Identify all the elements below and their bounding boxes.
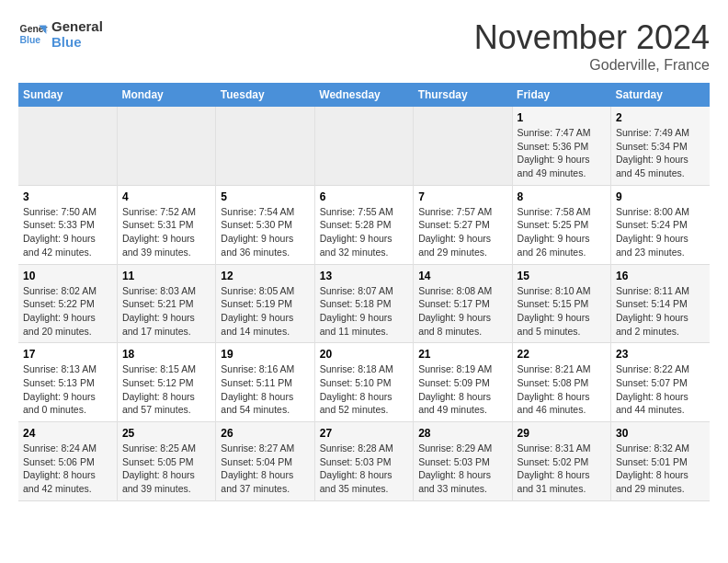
day-cell: 28Sunrise: 8:29 AM Sunset: 5:03 PM Dayli… (414, 422, 512, 501)
day-cell: 11Sunrise: 8:03 AM Sunset: 5:21 PM Dayli… (117, 264, 215, 343)
day-info: Sunrise: 8:15 AM Sunset: 5:12 PM Dayligh… (122, 362, 210, 417)
logo-icon: General Blue (18, 19, 48, 49)
month-title: November 2024 (474, 18, 710, 57)
header-row: SundayMondayTuesdayWednesdayThursdayFrid… (18, 83, 710, 107)
title-area: November 2024 Goderville, France (474, 18, 710, 74)
day-info: Sunrise: 8:19 AM Sunset: 5:09 PM Dayligh… (418, 362, 506, 417)
day-info: Sunrise: 8:02 AM Sunset: 5:22 PM Dayligh… (23, 284, 112, 339)
day-number: 1 (518, 111, 606, 124)
day-info: Sunrise: 8:29 AM Sunset: 5:03 PM Dayligh… (418, 442, 506, 496)
logo-line2: Blue (51, 34, 103, 50)
day-cell: 26Sunrise: 8:27 AM Sunset: 5:04 PM Dayli… (216, 422, 314, 501)
day-number: 24 (23, 427, 112, 440)
day-info: Sunrise: 7:58 AM Sunset: 5:25 PM Dayligh… (518, 205, 606, 259)
day-info: Sunrise: 8:21 AM Sunset: 5:08 PM Dayligh… (518, 362, 606, 417)
logo-line1: General (51, 18, 103, 34)
week-row-2: 3Sunrise: 7:50 AM Sunset: 5:33 PM Daylig… (18, 185, 710, 264)
day-cell: 22Sunrise: 8:21 AM Sunset: 5:08 PM Dayli… (512, 343, 610, 422)
day-number: 30 (616, 427, 705, 440)
day-info: Sunrise: 8:32 AM Sunset: 5:01 PM Dayligh… (616, 442, 705, 496)
day-number: 16 (616, 270, 705, 282)
day-number: 23 (616, 348, 705, 361)
day-cell: 10Sunrise: 8:02 AM Sunset: 5:22 PM Dayli… (18, 264, 117, 343)
day-number: 15 (518, 270, 606, 282)
col-header-friday: Friday (512, 83, 610, 107)
week-row-4: 17Sunrise: 8:13 AM Sunset: 5:13 PM Dayli… (18, 343, 710, 422)
col-header-saturday: Saturday (611, 83, 710, 107)
day-number: 5 (221, 190, 309, 203)
day-cell: 20Sunrise: 8:18 AM Sunset: 5:10 PM Dayli… (314, 343, 413, 422)
day-cell: 1Sunrise: 7:47 AM Sunset: 5:36 PM Daylig… (512, 107, 610, 185)
day-info: Sunrise: 8:18 AM Sunset: 5:10 PM Dayligh… (320, 362, 408, 417)
day-cell: 5Sunrise: 7:54 AM Sunset: 5:30 PM Daylig… (216, 185, 314, 264)
day-number: 3 (23, 190, 112, 203)
day-info: Sunrise: 8:13 AM Sunset: 5:13 PM Dayligh… (23, 362, 112, 417)
day-cell: 19Sunrise: 8:16 AM Sunset: 5:11 PM Dayli… (216, 343, 314, 422)
day-info: Sunrise: 8:22 AM Sunset: 5:07 PM Dayligh… (616, 362, 705, 417)
day-cell: 14Sunrise: 8:08 AM Sunset: 5:17 PM Dayli… (414, 264, 512, 343)
col-header-thursday: Thursday (414, 83, 512, 107)
day-number: 17 (23, 348, 112, 361)
day-info: Sunrise: 8:31 AM Sunset: 5:02 PM Dayligh… (518, 442, 606, 496)
week-row-3: 10Sunrise: 8:02 AM Sunset: 5:22 PM Dayli… (18, 264, 710, 343)
day-cell (216, 107, 314, 185)
day-number: 4 (122, 190, 210, 203)
svg-text:Blue: Blue (20, 35, 41, 45)
logo: General Blue General Blue (18, 18, 103, 50)
location: Goderville, France (474, 57, 710, 74)
day-number: 9 (616, 190, 705, 203)
day-number: 14 (418, 270, 506, 282)
day-info: Sunrise: 7:57 AM Sunset: 5:27 PM Dayligh… (418, 205, 506, 259)
day-info: Sunrise: 8:07 AM Sunset: 5:18 PM Dayligh… (320, 284, 408, 339)
day-info: Sunrise: 8:27 AM Sunset: 5:04 PM Dayligh… (221, 442, 309, 496)
day-number: 11 (122, 270, 210, 282)
day-number: 20 (320, 348, 408, 361)
day-info: Sunrise: 8:08 AM Sunset: 5:17 PM Dayligh… (418, 284, 506, 339)
day-cell: 23Sunrise: 8:22 AM Sunset: 5:07 PM Dayli… (611, 343, 710, 422)
col-header-sunday: Sunday (18, 83, 117, 107)
day-info: Sunrise: 8:16 AM Sunset: 5:11 PM Dayligh… (221, 362, 309, 417)
day-cell: 9Sunrise: 8:00 AM Sunset: 5:24 PM Daylig… (611, 185, 710, 264)
day-info: Sunrise: 8:03 AM Sunset: 5:21 PM Dayligh… (122, 284, 210, 339)
day-number: 29 (518, 427, 606, 440)
col-header-wednesday: Wednesday (314, 83, 413, 107)
day-number: 26 (221, 427, 309, 440)
day-info: Sunrise: 7:55 AM Sunset: 5:28 PM Dayligh… (320, 205, 408, 259)
day-info: Sunrise: 8:05 AM Sunset: 5:19 PM Dayligh… (221, 284, 309, 339)
day-info: Sunrise: 7:52 AM Sunset: 5:31 PM Dayligh… (122, 205, 210, 259)
col-header-monday: Monday (117, 83, 215, 107)
col-header-tuesday: Tuesday (216, 83, 314, 107)
day-cell: 29Sunrise: 8:31 AM Sunset: 5:02 PM Dayli… (512, 422, 610, 501)
header: General Blue General Blue November 2024 … (18, 18, 710, 74)
day-number: 2 (616, 111, 705, 124)
day-cell: 8Sunrise: 7:58 AM Sunset: 5:25 PM Daylig… (512, 185, 610, 264)
day-info: Sunrise: 8:25 AM Sunset: 5:05 PM Dayligh… (122, 442, 210, 496)
day-number: 8 (518, 190, 606, 203)
week-row-5: 24Sunrise: 8:24 AM Sunset: 5:06 PM Dayli… (18, 422, 710, 501)
day-number: 7 (418, 190, 506, 203)
day-cell: 27Sunrise: 8:28 AM Sunset: 5:03 PM Dayli… (314, 422, 413, 501)
day-cell: 7Sunrise: 7:57 AM Sunset: 5:27 PM Daylig… (414, 185, 512, 264)
day-info: Sunrise: 8:10 AM Sunset: 5:15 PM Dayligh… (518, 284, 606, 339)
day-info: Sunrise: 7:54 AM Sunset: 5:30 PM Dayligh… (221, 205, 309, 259)
day-info: Sunrise: 8:11 AM Sunset: 5:14 PM Dayligh… (616, 284, 705, 339)
day-cell: 24Sunrise: 8:24 AM Sunset: 5:06 PM Dayli… (18, 422, 117, 501)
day-cell: 15Sunrise: 8:10 AM Sunset: 5:15 PM Dayli… (512, 264, 610, 343)
day-cell: 4Sunrise: 7:52 AM Sunset: 5:31 PM Daylig… (117, 185, 215, 264)
day-number: 12 (221, 270, 309, 282)
calendar-table: SundayMondayTuesdayWednesdayThursdayFrid… (18, 83, 710, 501)
day-number: 6 (320, 190, 408, 203)
day-cell (414, 107, 512, 185)
day-number: 10 (23, 270, 112, 282)
day-cell (117, 107, 215, 185)
week-row-1: 1Sunrise: 7:47 AM Sunset: 5:36 PM Daylig… (18, 107, 710, 185)
day-number: 27 (320, 427, 408, 440)
day-cell: 2Sunrise: 7:49 AM Sunset: 5:34 PM Daylig… (611, 107, 710, 185)
day-cell (18, 107, 117, 185)
day-info: Sunrise: 8:00 AM Sunset: 5:24 PM Dayligh… (616, 205, 705, 259)
day-number: 28 (418, 427, 506, 440)
day-number: 22 (518, 348, 606, 361)
day-number: 19 (221, 348, 309, 361)
day-cell: 16Sunrise: 8:11 AM Sunset: 5:14 PM Dayli… (611, 264, 710, 343)
day-cell: 3Sunrise: 7:50 AM Sunset: 5:33 PM Daylig… (18, 185, 117, 264)
